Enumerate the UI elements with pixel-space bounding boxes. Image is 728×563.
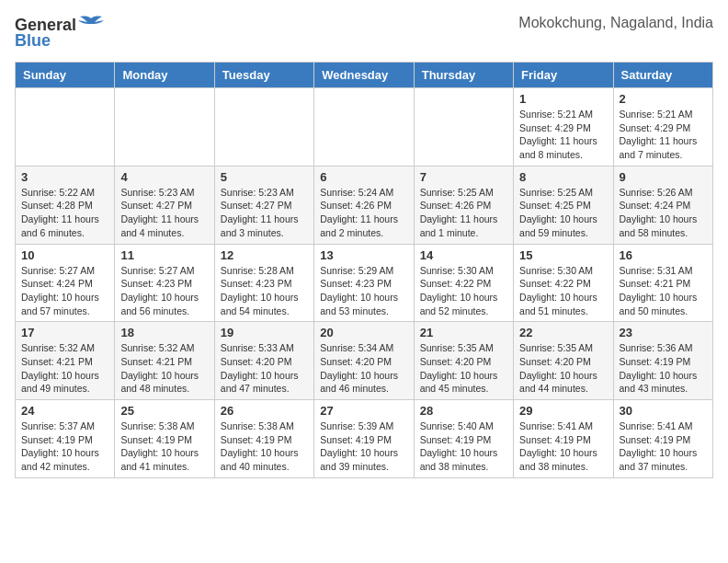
calendar-cell: 8Sunrise: 5:25 AM Sunset: 4:25 PM Daylig…: [514, 166, 613, 244]
day-info: Sunrise: 5:35 AM Sunset: 4:20 PM Dayligh…: [519, 341, 607, 396]
day-number: 16: [620, 248, 707, 262]
logo-bird-icon: [78, 15, 104, 35]
calendar-week-5: 24Sunrise: 5:37 AM Sunset: 4:19 PM Dayli…: [16, 400, 713, 478]
day-info: Sunrise: 5:38 AM Sunset: 4:19 PM Dayligh…: [221, 419, 308, 474]
column-header-monday: Monday: [115, 63, 214, 88]
calendar-cell: 6Sunrise: 5:24 AM Sunset: 4:26 PM Daylig…: [314, 166, 414, 244]
day-info: Sunrise: 5:31 AM Sunset: 4:21 PM Dayligh…: [620, 264, 707, 318]
day-info: Sunrise: 5:30 AM Sunset: 4:22 PM Dayligh…: [519, 264, 607, 318]
day-number: 6: [320, 170, 407, 184]
day-info: Sunrise: 5:33 AM Sunset: 4:20 PM Dayligh…: [221, 341, 308, 396]
calendar-cell: 25Sunrise: 5:38 AM Sunset: 4:19 PM Dayli…: [115, 400, 214, 478]
day-number: 7: [420, 170, 507, 184]
calendar-cell: 14Sunrise: 5:30 AM Sunset: 4:22 PM Dayli…: [414, 244, 513, 322]
day-info: Sunrise: 5:41 AM Sunset: 4:19 PM Dayligh…: [519, 419, 607, 474]
column-header-saturday: Saturday: [613, 63, 712, 88]
day-number: 17: [21, 326, 108, 339]
day-info: Sunrise: 5:34 AM Sunset: 4:20 PM Dayligh…: [320, 341, 407, 396]
location-subtitle: Mokokchung, Nagaland, India: [518, 15, 713, 31]
calendar-cell: 7Sunrise: 5:25 AM Sunset: 4:26 PM Daylig…: [414, 166, 513, 244]
calendar-week-4: 17Sunrise: 5:32 AM Sunset: 4:21 PM Dayli…: [16, 322, 713, 400]
day-number: 14: [420, 248, 507, 262]
day-info: Sunrise: 5:32 AM Sunset: 4:21 PM Dayligh…: [120, 341, 208, 396]
column-header-thursday: Thursday: [414, 63, 513, 88]
calendar-cell: 15Sunrise: 5:30 AM Sunset: 4:22 PM Dayli…: [514, 244, 613, 322]
day-number: 3: [21, 170, 108, 184]
calendar-cell: 9Sunrise: 5:26 AM Sunset: 4:24 PM Daylig…: [613, 166, 712, 244]
day-info: Sunrise: 5:24 AM Sunset: 4:26 PM Dayligh…: [320, 186, 407, 240]
column-header-wednesday: Wednesday: [314, 63, 414, 88]
day-info: Sunrise: 5:29 AM Sunset: 4:23 PM Dayligh…: [320, 264, 407, 318]
calendar-cell: 5Sunrise: 5:23 AM Sunset: 4:27 PM Daylig…: [214, 166, 313, 244]
calendar-cell: [16, 88, 115, 167]
calendar-cell: 18Sunrise: 5:32 AM Sunset: 4:21 PM Dayli…: [115, 322, 214, 400]
day-info: Sunrise: 5:27 AM Sunset: 4:24 PM Dayligh…: [21, 264, 108, 318]
calendar-cell: 26Sunrise: 5:38 AM Sunset: 4:19 PM Dayli…: [214, 400, 313, 478]
header: General Blue Mokokchung, Nagaland, India: [15, 15, 713, 51]
calendar-week-2: 3Sunrise: 5:22 AM Sunset: 4:28 PM Daylig…: [16, 166, 713, 244]
day-number: 1: [519, 92, 607, 106]
day-info: Sunrise: 5:37 AM Sunset: 4:19 PM Dayligh…: [21, 419, 108, 474]
day-number: 11: [120, 248, 208, 262]
calendar-cell: 16Sunrise: 5:31 AM Sunset: 4:21 PM Dayli…: [613, 244, 712, 322]
logo-blue-text: Blue: [15, 31, 51, 51]
day-number: 23: [620, 326, 707, 339]
day-number: 8: [519, 170, 607, 184]
calendar-cell: 2Sunrise: 5:21 AM Sunset: 4:29 PM Daylig…: [613, 88, 712, 167]
day-info: Sunrise: 5:21 AM Sunset: 4:29 PM Dayligh…: [519, 108, 607, 162]
day-number: 13: [320, 248, 407, 262]
column-header-tuesday: Tuesday: [214, 63, 313, 88]
day-info: Sunrise: 5:21 AM Sunset: 4:29 PM Dayligh…: [620, 108, 707, 162]
day-info: Sunrise: 5:25 AM Sunset: 4:26 PM Dayligh…: [420, 186, 507, 240]
calendar-cell: 21Sunrise: 5:35 AM Sunset: 4:20 PM Dayli…: [414, 322, 513, 400]
calendar-cell: 28Sunrise: 5:40 AM Sunset: 4:19 PM Dayli…: [414, 400, 513, 478]
calendar-week-1: 1Sunrise: 5:21 AM Sunset: 4:29 PM Daylig…: [16, 88, 713, 167]
day-number: 19: [221, 326, 308, 339]
day-number: 27: [320, 404, 407, 418]
day-number: 15: [519, 248, 607, 262]
day-number: 20: [320, 326, 407, 339]
day-number: 24: [21, 404, 108, 418]
day-number: 30: [620, 404, 707, 418]
title-area: Mokokchung, Nagaland, India: [518, 15, 713, 31]
day-info: Sunrise: 5:38 AM Sunset: 4:19 PM Dayligh…: [120, 419, 208, 474]
day-number: 22: [519, 326, 607, 339]
calendar-cell: 13Sunrise: 5:29 AM Sunset: 4:23 PM Dayli…: [314, 244, 414, 322]
day-number: 5: [221, 170, 308, 184]
day-number: 21: [420, 326, 507, 339]
day-number: 12: [221, 248, 308, 262]
calendar-cell: 24Sunrise: 5:37 AM Sunset: 4:19 PM Dayli…: [16, 400, 115, 478]
calendar-cell: 3Sunrise: 5:22 AM Sunset: 4:28 PM Daylig…: [16, 166, 115, 244]
calendar-cell: 20Sunrise: 5:34 AM Sunset: 4:20 PM Dayli…: [314, 322, 414, 400]
day-info: Sunrise: 5:32 AM Sunset: 4:21 PM Dayligh…: [21, 341, 108, 396]
calendar-week-3: 10Sunrise: 5:27 AM Sunset: 4:24 PM Dayli…: [16, 244, 713, 322]
day-info: Sunrise: 5:28 AM Sunset: 4:23 PM Dayligh…: [221, 264, 308, 318]
calendar-cell: [414, 88, 513, 167]
column-header-sunday: Sunday: [16, 63, 115, 88]
day-info: Sunrise: 5:22 AM Sunset: 4:28 PM Dayligh…: [21, 186, 108, 240]
calendar-header-row: SundayMondayTuesdayWednesdayThursdayFrid…: [16, 63, 713, 88]
day-info: Sunrise: 5:30 AM Sunset: 4:22 PM Dayligh…: [420, 264, 507, 318]
calendar-table: SundayMondayTuesdayWednesdayThursdayFrid…: [15, 62, 713, 478]
column-header-friday: Friday: [514, 63, 613, 88]
day-number: 29: [519, 404, 607, 418]
calendar-cell: 22Sunrise: 5:35 AM Sunset: 4:20 PM Dayli…: [514, 322, 613, 400]
calendar-cell: [214, 88, 313, 167]
day-info: Sunrise: 5:39 AM Sunset: 4:19 PM Dayligh…: [320, 419, 407, 474]
day-info: Sunrise: 5:23 AM Sunset: 4:27 PM Dayligh…: [120, 186, 208, 240]
day-info: Sunrise: 5:40 AM Sunset: 4:19 PM Dayligh…: [420, 419, 507, 474]
day-info: Sunrise: 5:35 AM Sunset: 4:20 PM Dayligh…: [420, 341, 507, 396]
calendar-cell: 23Sunrise: 5:36 AM Sunset: 4:19 PM Dayli…: [613, 322, 712, 400]
calendar-cell: 19Sunrise: 5:33 AM Sunset: 4:20 PM Dayli…: [214, 322, 313, 400]
day-info: Sunrise: 5:36 AM Sunset: 4:19 PM Dayligh…: [620, 341, 707, 396]
calendar-cell: 4Sunrise: 5:23 AM Sunset: 4:27 PM Daylig…: [115, 166, 214, 244]
day-number: 9: [620, 170, 707, 184]
day-number: 25: [120, 404, 208, 418]
calendar-cell: 30Sunrise: 5:41 AM Sunset: 4:19 PM Dayli…: [613, 400, 712, 478]
calendar-cell: 12Sunrise: 5:28 AM Sunset: 4:23 PM Dayli…: [214, 244, 313, 322]
day-info: Sunrise: 5:25 AM Sunset: 4:25 PM Dayligh…: [519, 186, 607, 240]
calendar-cell: 1Sunrise: 5:21 AM Sunset: 4:29 PM Daylig…: [514, 88, 613, 167]
day-info: Sunrise: 5:26 AM Sunset: 4:24 PM Dayligh…: [620, 186, 707, 240]
calendar-cell: [115, 88, 214, 167]
calendar-cell: 11Sunrise: 5:27 AM Sunset: 4:23 PM Dayli…: [115, 244, 214, 322]
